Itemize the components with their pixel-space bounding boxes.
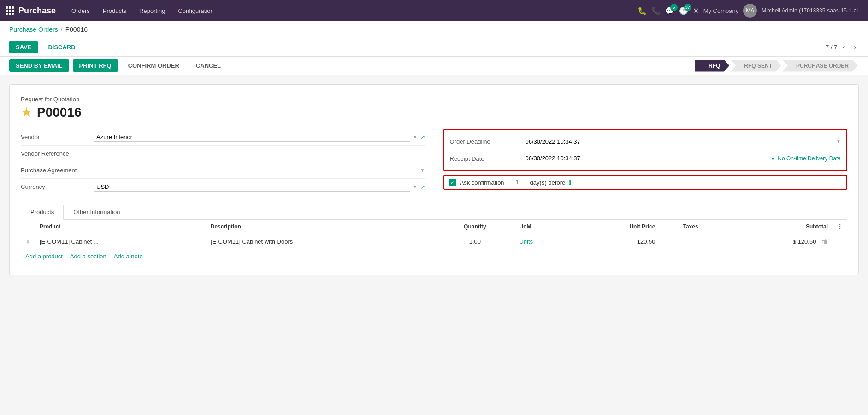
svg-rect-6: [6, 13, 8, 15]
status-purchase-order: PURCHASE ORDER: [782, 60, 858, 72]
pagination-text: 7 / 7: [826, 44, 837, 51]
tab-other-info[interactable]: Other Information: [64, 205, 130, 220]
currency-input[interactable]: [94, 182, 410, 192]
currency-row: Currency ▼ ↗: [21, 179, 425, 195]
row-drag-handle[interactable]: ⬍: [21, 234, 35, 249]
ask-confirmation-checkbox[interactable]: ✓: [449, 179, 456, 186]
pagination: 7 / 7 ‹ ›: [826, 42, 859, 53]
purchase-agreement-input[interactable]: [94, 166, 418, 175]
menu-products[interactable]: Products: [96, 0, 133, 21]
receipt-date-label: Receipt Date: [450, 155, 524, 162]
add-links: Add a product Add a section Add a note: [21, 249, 847, 263]
phone-icon[interactable]: 📞: [651, 6, 661, 15]
currency-external-link-icon[interactable]: ↗: [420, 184, 425, 190]
purchase-agreement-row: Purchase Agreement ▼: [21, 162, 425, 179]
status-rfq: RFQ: [695, 60, 729, 72]
breadcrumb: Purchase Orders / P00016: [0, 21, 868, 38]
action-bar: SAVE DISCARD 7 / 7 ‹ ›: [0, 38, 868, 57]
col-subtotal-header: Subtotal: [721, 220, 833, 234]
settings-icon[interactable]: ✕: [693, 6, 699, 15]
row-description[interactable]: [E-COM11] Cabinet with Doors: [206, 234, 436, 249]
table-header-row: Product Description Quantity UoM Unit Pr…: [21, 220, 847, 234]
vendor-external-link-icon[interactable]: ↗: [420, 134, 425, 140]
discard-button[interactable]: DISCARD: [41, 41, 82, 53]
star-icon[interactable]: ★: [21, 105, 32, 120]
receipt-date-row: Receipt Date ▼ No On-time Delivery Data: [450, 150, 841, 167]
row-quantity[interactable]: 1.00: [435, 234, 514, 249]
col-uom-header: UoM: [514, 220, 572, 234]
vendor-row: Vendor ▼ ↗: [21, 129, 425, 146]
svg-rect-7: [9, 13, 11, 15]
order-deadline-label: Order Deadline: [450, 138, 524, 145]
next-button[interactable]: ›: [851, 42, 859, 53]
bug-icon[interactable]: 🐛: [638, 6, 647, 15]
vendor-dropdown-arrow: ▼: [413, 134, 418, 140]
rfq-label: Request for Quotation: [21, 96, 847, 103]
ask-confirmation-days-input[interactable]: [508, 179, 526, 186]
vendor-ref-label: Vendor Reference: [21, 150, 94, 157]
add-product-link[interactable]: Add a product: [25, 253, 63, 260]
avatar[interactable]: MA: [743, 4, 757, 18]
delete-row-icon[interactable]: 🗑: [821, 238, 828, 245]
app-name: Purchase: [18, 6, 56, 16]
order-deadline-dropdown-arrow: ▼: [836, 139, 841, 144]
col-taxes-header: Taxes: [660, 220, 721, 234]
menu-configuration[interactable]: Configuration: [171, 0, 220, 21]
col-qty-header: Quantity: [435, 220, 514, 234]
row-unit-price[interactable]: 120.50: [572, 234, 660, 249]
row-uom[interactable]: Units: [514, 234, 572, 249]
menu-orders[interactable]: Orders: [65, 0, 96, 21]
row-product[interactable]: [E-COM11] Cabinet ...: [35, 234, 206, 249]
svg-rect-0: [6, 6, 8, 9]
row-taxes[interactable]: [660, 234, 721, 249]
purchase-agreement-dropdown-arrow: ▼: [420, 168, 425, 173]
form-card: Request for Quotation ★ P00016 Vendor ▼ …: [9, 84, 859, 275]
order-deadline-input[interactable]: [524, 137, 834, 146]
main-content: Request for Quotation ★ P00016 Vendor ▼ …: [0, 75, 868, 284]
add-note-link[interactable]: Add a note: [114, 253, 143, 260]
add-section-link[interactable]: Add a section: [70, 253, 106, 260]
topnav-right: 🐛 📞 💬 5 🕐 37 ✕ My Company MA Mitchell Ad…: [638, 4, 862, 18]
breadcrumb-current: P00016: [65, 26, 88, 33]
grid-menu-icon[interactable]: [6, 6, 14, 15]
form-right-col: Order Deadline ▼ Receipt Date ▼ No On-ti…: [443, 129, 848, 195]
save-button[interactable]: SAVE: [9, 41, 38, 53]
prev-button[interactable]: ‹: [840, 42, 848, 53]
rfq-number: P00016: [37, 105, 82, 120]
cancel-button[interactable]: CANCEL: [189, 59, 227, 72]
company-name: My Company: [703, 7, 739, 14]
confirm-order-button[interactable]: CONFIRM ORDER: [122, 59, 186, 72]
form-left-col: Vendor ▼ ↗ Vendor Reference Purchase Agr…: [21, 129, 425, 195]
menu-reporting[interactable]: Reporting: [133, 0, 171, 21]
svg-rect-5: [12, 10, 14, 12]
no-ontime-delivery-text: No On-time Delivery Data: [778, 155, 841, 162]
chat-icon-wrap[interactable]: 💬 5: [665, 6, 674, 15]
svg-rect-4: [9, 10, 11, 12]
product-table: Product Description Quantity UoM Unit Pr…: [21, 220, 847, 249]
currency-label: Currency: [21, 183, 94, 190]
purchase-agreement-value: ▼: [94, 166, 425, 175]
order-deadline-value: ▼: [524, 137, 841, 146]
top-navigation: Purchase Orders Products Reporting Confi…: [0, 0, 868, 21]
tab-products[interactable]: Products: [21, 205, 64, 220]
status-rfq-sent: RFQ SENT: [730, 60, 781, 72]
chat-badge: 5: [670, 4, 678, 11]
col-drag: [21, 220, 35, 234]
info-icon[interactable]: ℹ: [569, 179, 571, 186]
subtotal-value: $ 120.50: [793, 238, 816, 245]
vendor-ref-input[interactable]: [94, 149, 425, 158]
breadcrumb-separator: /: [61, 26, 63, 33]
clock-icon-wrap[interactable]: 🕐 37: [679, 6, 688, 15]
receipt-date-input[interactable]: [524, 154, 766, 163]
table-row: ⬍ [E-COM11] Cabinet ... [E-COM11] Cabine…: [21, 234, 847, 249]
vendor-ref-row: Vendor Reference: [21, 146, 425, 162]
svg-rect-8: [12, 13, 14, 15]
purchase-agreement-label: Purchase Agreement: [21, 167, 94, 174]
print-rfq-button[interactable]: PRINT RFQ: [73, 59, 118, 72]
vendor-ref-value: [94, 149, 425, 158]
receipt-date-value: ▼ No On-time Delivery Data: [524, 154, 841, 163]
send-by-email-button[interactable]: SEND BY EMAIL: [9, 59, 69, 72]
vendor-input[interactable]: [94, 133, 410, 142]
receipt-date-arrow-icon: ▼: [770, 156, 775, 161]
breadcrumb-parent[interactable]: Purchase Orders: [9, 26, 58, 33]
